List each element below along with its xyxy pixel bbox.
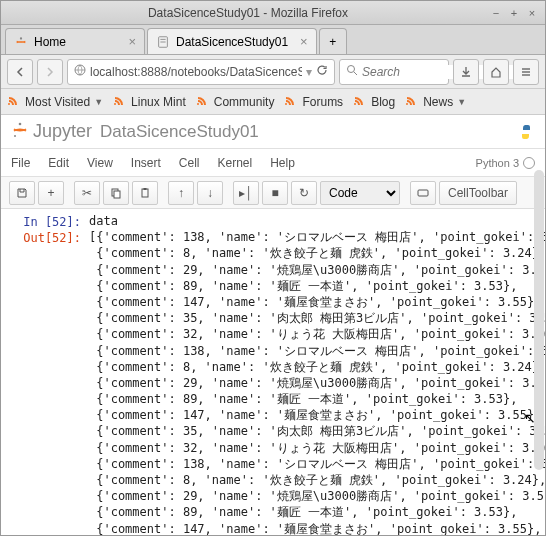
download-icon: [460, 66, 472, 78]
back-button[interactable]: [7, 59, 33, 85]
move-down-button[interactable]: ↓: [197, 181, 223, 205]
save-button[interactable]: [9, 181, 35, 205]
tab-close-icon[interactable]: ×: [128, 34, 136, 49]
output-prompt: Out[52]:: [11, 229, 89, 535]
keyboard-icon: [417, 187, 429, 199]
rss-icon: [7, 95, 21, 109]
browser-tab-notebook[interactable]: DataSicenceStudy01 ×: [147, 28, 317, 54]
jupyter-toolbar: + ✂ ↑ ↓ ▸│ ■ ↻ Code CellToolbar: [1, 177, 545, 209]
bookmark-label: News: [423, 95, 453, 109]
svg-rect-16: [418, 190, 428, 196]
forward-button[interactable]: [37, 59, 63, 85]
bookmark-item[interactable]: Blog: [353, 95, 395, 109]
jupyter-logo-icon: [11, 121, 29, 143]
dropdown-icon[interactable]: ▾: [306, 65, 312, 79]
url-bar[interactable]: ▾: [67, 59, 335, 85]
reload-icon[interactable]: [316, 64, 328, 79]
rss-icon: [405, 95, 419, 109]
svg-point-11: [14, 135, 16, 137]
bookmark-label: Most Visited: [25, 95, 90, 109]
run-button[interactable]: ▸│: [233, 181, 259, 205]
globe-icon: [74, 64, 86, 79]
command-palette-button[interactable]: [410, 181, 436, 205]
arrow-left-icon: [14, 66, 26, 78]
rss-icon: [113, 95, 127, 109]
tab-label: Home: [34, 35, 66, 49]
menu-kernel[interactable]: Kernel: [218, 156, 253, 170]
svg-point-5: [348, 66, 355, 73]
browser-navbar: ▾: [1, 55, 545, 89]
hamburger-icon: [520, 66, 532, 78]
rss-icon: [284, 95, 298, 109]
svg-rect-15: [144, 188, 147, 190]
kernel-indicator: Python 3: [476, 157, 535, 169]
celltoolbar-button[interactable]: CellToolbar: [439, 181, 517, 205]
menu-edit[interactable]: Edit: [48, 156, 69, 170]
new-tab-button[interactable]: +: [319, 28, 347, 54]
paste-icon: [139, 187, 151, 199]
menu-file[interactable]: File: [11, 156, 30, 170]
svg-rect-13: [114, 191, 120, 198]
browser-tabstrip: Home × DataSicenceStudy01 × +: [1, 25, 545, 55]
close-button[interactable]: ×: [525, 6, 539, 20]
menu-button[interactable]: [513, 59, 539, 85]
copy-icon: [110, 187, 122, 199]
url-input[interactable]: [90, 65, 302, 79]
bookmark-item[interactable]: Linux Mint: [113, 95, 186, 109]
cut-button[interactable]: ✂: [74, 181, 100, 205]
jupyter-favicon-icon: [14, 35, 28, 49]
bookmarks-toolbar: Most Visited▼Linux MintCommunityForumsBl…: [1, 89, 545, 115]
window-titlebar: DataSicenceStudy01 - Mozilla Firefox − +…: [1, 1, 545, 25]
page-content: Jupyter DataSicenceStudy01 FileEditViewI…: [1, 115, 545, 535]
notebook-cells-area[interactable]: In [52]: data Out[52]: [{'comment': 138,…: [1, 209, 545, 535]
menu-help[interactable]: Help: [270, 156, 295, 170]
move-up-button[interactable]: ↑: [168, 181, 194, 205]
bookmark-item[interactable]: Community: [196, 95, 275, 109]
jupyter-logo[interactable]: Jupyter: [11, 121, 92, 143]
downloads-button[interactable]: [453, 59, 479, 85]
paste-button[interactable]: [132, 181, 158, 205]
interrupt-button[interactable]: ■: [262, 181, 288, 205]
svg-rect-14: [142, 189, 148, 197]
minimize-button[interactable]: −: [489, 6, 503, 20]
browser-tab-home[interactable]: Home ×: [5, 28, 145, 54]
bookmark-label: Linux Mint: [131, 95, 186, 109]
copy-button[interactable]: [103, 181, 129, 205]
menu-insert[interactable]: Insert: [131, 156, 161, 170]
dropdown-icon: ▼: [94, 97, 103, 107]
home-button[interactable]: [483, 59, 509, 85]
svg-line-6: [354, 72, 357, 75]
kernel-name: Python 3: [476, 157, 519, 169]
rss-icon: [196, 95, 210, 109]
tab-close-icon[interactable]: ×: [300, 34, 308, 49]
arrow-down-icon: ↓: [207, 186, 213, 200]
svg-point-0: [20, 37, 22, 39]
bookmark-item[interactable]: Forums: [284, 95, 343, 109]
plus-icon: +: [47, 186, 54, 200]
svg-point-10: [19, 122, 22, 125]
menu-cell[interactable]: Cell: [179, 156, 200, 170]
input-cell[interactable]: In [52]: data: [11, 213, 535, 229]
jupyter-brand-text: Jupyter: [33, 121, 92, 142]
celltype-select[interactable]: Code: [320, 181, 400, 205]
tab-label: DataSicenceStudy01: [176, 35, 288, 49]
restart-button[interactable]: ↻: [291, 181, 317, 205]
input-prompt: In [52]:: [11, 213, 89, 229]
input-code[interactable]: data: [89, 213, 535, 229]
add-cell-button[interactable]: +: [38, 181, 64, 205]
bookmark-item[interactable]: Most Visited▼: [7, 95, 103, 109]
bookmark-label: Blog: [371, 95, 395, 109]
notebook-favicon-icon: [156, 35, 170, 49]
search-bar[interactable]: [339, 59, 449, 85]
vertical-scrollbar[interactable]: [534, 170, 544, 470]
rss-icon: [353, 95, 367, 109]
maximize-button[interactable]: +: [507, 6, 521, 20]
bookmark-item[interactable]: News▼: [405, 95, 466, 109]
search-icon: [346, 64, 358, 79]
output-cell: Out[52]: [{'comment': 138, 'name': 'シロマル…: [11, 229, 535, 535]
window-title: DataSicenceStudy01 - Mozilla Firefox: [7, 6, 489, 20]
notebook-name[interactable]: DataSicenceStudy01: [100, 122, 259, 142]
bookmark-label: Forums: [302, 95, 343, 109]
jupyter-header: Jupyter DataSicenceStudy01: [1, 115, 545, 149]
menu-view[interactable]: View: [87, 156, 113, 170]
